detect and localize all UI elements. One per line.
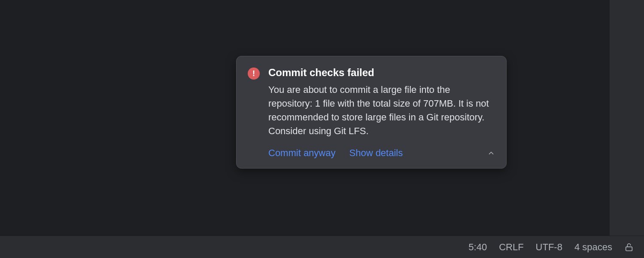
- error-icon: !: [248, 68, 260, 80]
- encoding[interactable]: UTF-8: [536, 242, 562, 253]
- notification-title: Commit checks failed: [268, 67, 495, 79]
- notification-actions: Commit anyway Show details: [268, 147, 495, 159]
- notification-popup: ! Commit checks failed You are about to …: [236, 56, 507, 169]
- unlock-icon[interactable]: [624, 243, 634, 252]
- notification-message: You are about to commit a large file int…: [268, 83, 495, 138]
- collapse-icon[interactable]: [487, 149, 495, 157]
- svg-rect-0: [626, 247, 632, 251]
- error-icon-glyph: !: [252, 70, 255, 77]
- line-ending[interactable]: CRLF: [499, 242, 523, 253]
- cursor-position[interactable]: 5:40: [468, 242, 487, 253]
- commit-anyway-link[interactable]: Commit anyway: [268, 147, 335, 159]
- show-details-link[interactable]: Show details: [349, 147, 403, 159]
- status-bar: 5:40 CRLF UTF-8 4 spaces: [0, 236, 644, 258]
- right-gutter: [610, 0, 644, 236]
- notification-body: Commit checks failed You are about to co…: [268, 67, 495, 159]
- indent-setting[interactable]: 4 spaces: [574, 242, 612, 253]
